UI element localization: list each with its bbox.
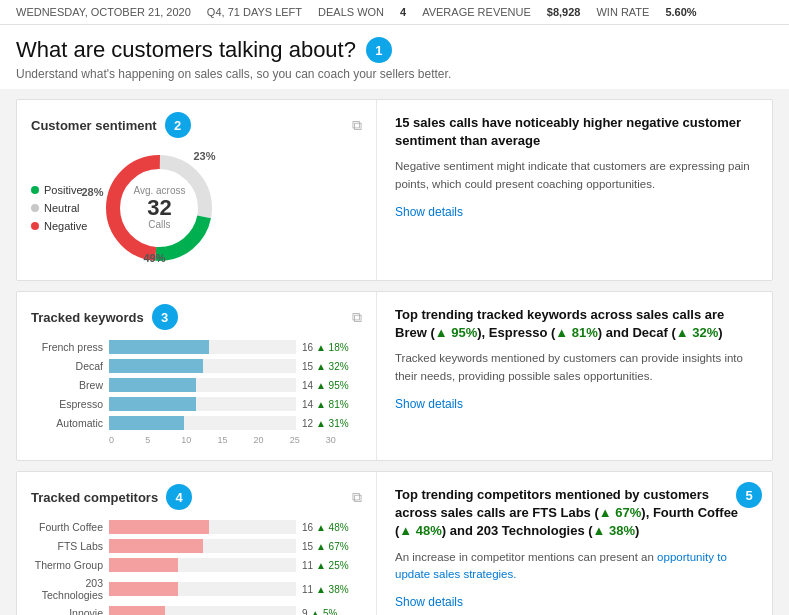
- bar-meta: 11 ▲ 25%: [302, 560, 362, 571]
- page-title: What are customers talking about?: [16, 37, 356, 63]
- bar-label: Thermo Group: [31, 559, 103, 571]
- bar-fill: [109, 558, 178, 572]
- keywords-left: Tracked keywords 3 ⧉ French press16 ▲ 18…: [17, 292, 377, 460]
- bar-track: [109, 397, 296, 411]
- bar-fill: [109, 378, 196, 392]
- negative-label: Negative: [44, 220, 87, 232]
- winrate-value: 5.60%: [665, 6, 696, 18]
- bar-fill: [109, 539, 203, 553]
- bar-row: Decaf15 ▲ 32%: [31, 359, 362, 373]
- bar-row: Thermo Group11 ▲ 25%: [31, 558, 362, 572]
- bar-track: [109, 416, 296, 430]
- bar-label: Innovie: [31, 607, 103, 615]
- bar-row: FTS Labs15 ▲ 67%: [31, 539, 362, 553]
- winrate-label: WIN RATE: [596, 6, 649, 18]
- bar-row: Fourth Coffee16 ▲ 48%: [31, 520, 362, 534]
- sentiment-left: Customer sentiment 2 ⧉ Positive Neutral: [17, 100, 377, 280]
- main-content: Customer sentiment 2 ⧉ Positive Neutral: [0, 89, 789, 615]
- bar-fill: [109, 340, 209, 354]
- bar-label: Automatic: [31, 417, 103, 429]
- sentiment-show-details[interactable]: Show details: [395, 205, 754, 219]
- competitors-right: 5 Top trending competitors mentioned by …: [377, 472, 772, 615]
- sentiment-card: Customer sentiment 2 ⧉ Positive Neutral: [16, 99, 773, 281]
- axis-label: 15: [217, 435, 253, 445]
- bar-track: [109, 606, 296, 615]
- keywords-right: Top trending tracked keywords across sal…: [377, 292, 772, 460]
- axis-label: 30: [326, 435, 362, 445]
- bar-meta: 15 ▲ 67%: [302, 541, 362, 552]
- deals-value: 4: [400, 6, 406, 18]
- axis-label: 0: [109, 435, 145, 445]
- competitors-show-details[interactable]: Show details: [395, 595, 754, 609]
- bar-label: FTS Labs: [31, 540, 103, 552]
- negative-dot: [31, 222, 39, 230]
- sentiment-legend: Positive Neutral Negative: [31, 184, 87, 232]
- axis-label: 10: [181, 435, 217, 445]
- bar-row: Innovie9 ▲ 5%: [31, 606, 362, 615]
- donut-chart: Avg. across 32 Calls 23% 28% 49%: [99, 148, 219, 268]
- competitors-copy-icon[interactable]: ⧉: [352, 489, 362, 506]
- top-bar: WEDNESDAY, OCTOBER 21, 2020 Q4, 71 DAYS …: [0, 0, 789, 25]
- competitors-bar-chart: Fourth Coffee16 ▲ 48%FTS Labs15 ▲ 67%The…: [31, 520, 362, 615]
- badge-5: 5: [736, 482, 762, 508]
- bar-fill: [109, 397, 196, 411]
- bar-label: French press: [31, 341, 103, 353]
- competitors-left: Tracked competitors 4 ⧉ Fourth Coffee16 …: [17, 472, 377, 615]
- revenue-label: AVERAGE REVENUE: [422, 6, 531, 18]
- axis-label: 25: [290, 435, 326, 445]
- keywords-copy-icon[interactable]: ⧉: [352, 309, 362, 326]
- bar-meta: 16 ▲ 18%: [302, 342, 362, 353]
- bar-label: Decaf: [31, 360, 103, 372]
- bar-fill: [109, 606, 165, 615]
- badge-1: 1: [366, 37, 392, 63]
- bar-meta: 14 ▲ 95%: [302, 380, 362, 391]
- keywords-card: Tracked keywords 3 ⧉ French press16 ▲ 18…: [16, 291, 773, 461]
- positive-label: Positive: [44, 184, 83, 196]
- pct-bottom: 49%: [143, 252, 165, 264]
- date-label: WEDNESDAY, OCTOBER 21, 2020: [16, 6, 191, 18]
- deals-label: DEALS WON: [318, 6, 384, 18]
- bar-label: 203 Technologies: [31, 577, 103, 601]
- keywords-show-details[interactable]: Show details: [395, 397, 754, 411]
- keywords-title: Tracked keywords: [31, 310, 144, 325]
- bar-row: Automatic12 ▲ 31%: [31, 416, 362, 430]
- donut-num: 32: [133, 197, 185, 219]
- copy-icon[interactable]: ⧉: [352, 117, 362, 134]
- competitors-insight-body: An increase in competitor mentions can p…: [395, 549, 754, 584]
- opportunity-link[interactable]: opportunity to update sales strategies.: [395, 551, 727, 580]
- bar-track: [109, 378, 296, 392]
- bar-fill: [109, 520, 209, 534]
- bar-fill: [109, 416, 184, 430]
- competitors-insight-title: Top trending competitors mentioned by cu…: [395, 486, 754, 541]
- pct-left: 28%: [81, 186, 103, 198]
- axis-label: 20: [254, 435, 290, 445]
- bar-track: [109, 539, 296, 553]
- legend-neutral: Neutral: [31, 202, 87, 214]
- bar-fill: [109, 359, 203, 373]
- sentiment-insight-title: 15 sales calls have noticeably higher ne…: [395, 114, 754, 150]
- bar-track: [109, 582, 296, 596]
- bar-track: [109, 520, 296, 534]
- bar-row: 203 Technologies11 ▲ 38%: [31, 577, 362, 601]
- bar-label: Espresso: [31, 398, 103, 410]
- bar-row: Espresso14 ▲ 81%: [31, 397, 362, 411]
- axis-labels: 051015202530: [109, 435, 362, 445]
- sentiment-insight-body: Negative sentiment might indicate that c…: [395, 158, 754, 193]
- page-header: What are customers talking about? 1 Unde…: [0, 25, 789, 89]
- quarter-label: Q4, 71 DAYS LEFT: [207, 6, 302, 18]
- bar-meta: 14 ▲ 81%: [302, 399, 362, 410]
- sentiment-title: Customer sentiment: [31, 118, 157, 133]
- keywords-insight-body: Tracked keywords mentioned by customers …: [395, 350, 754, 385]
- donut-sub: Calls: [133, 219, 185, 231]
- legend-negative: Negative: [31, 220, 87, 232]
- badge-3: 3: [152, 304, 178, 330]
- bar-meta: 12 ▲ 31%: [302, 418, 362, 429]
- competitors-title: Tracked competitors: [31, 490, 158, 505]
- axis-label: 5: [145, 435, 181, 445]
- positive-dot: [31, 186, 39, 194]
- bar-row: French press16 ▲ 18%: [31, 340, 362, 354]
- legend-positive: Positive: [31, 184, 87, 196]
- bar-label: Fourth Coffee: [31, 521, 103, 533]
- bar-meta: 11 ▲ 38%: [302, 584, 362, 595]
- bar-meta: 9 ▲ 5%: [302, 608, 362, 616]
